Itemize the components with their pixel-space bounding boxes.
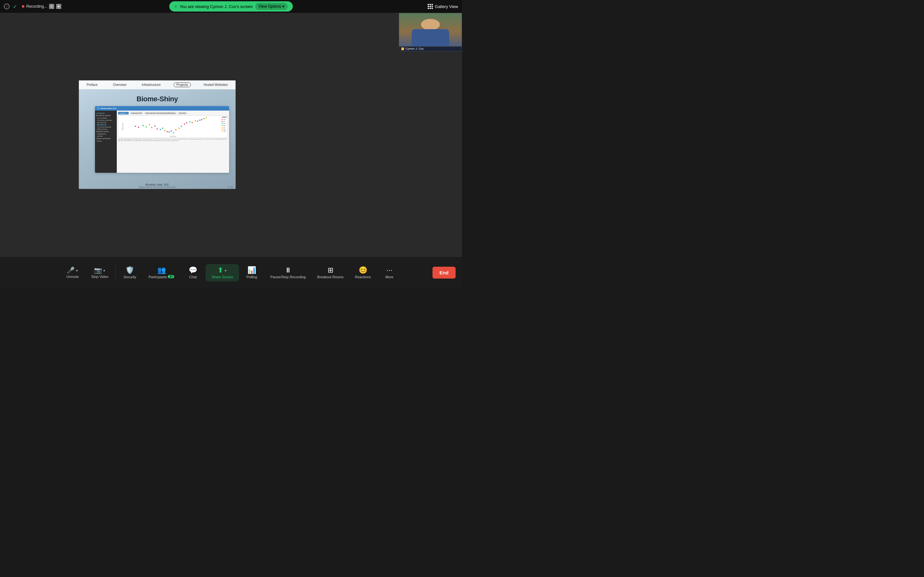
share-screen-with-caret: ⬆ ▲ xyxy=(218,267,227,274)
recording-indicator: Recording... ⏸ ■ xyxy=(22,4,61,9)
slide-title: Biome-Shiny xyxy=(79,95,236,103)
sidebar-permanova[interactable]: PERMANOVA xyxy=(96,133,116,135)
scatter-dot xyxy=(162,127,163,129)
sidebar-community-composition[interactable]: Community composition xyxy=(96,119,116,121)
nav-overview[interactable]: Overview xyxy=(110,83,129,87)
pause-stop-recording-button[interactable]: ⏸ Pause/Stop Recording xyxy=(265,264,312,282)
nav-infrastructure[interactable]: Infrastructure xyxy=(139,83,163,87)
scatter-dot xyxy=(154,125,156,127)
app-mockup: biome-shiny v0.4 Introduction Microbiome… xyxy=(95,106,229,173)
app-tabs: Variables ▾ Ordination Plot Split Ordina… xyxy=(118,112,228,114)
microphone-icon: 🎤 xyxy=(67,267,75,274)
gallery-view-button[interactable]: Gallery View xyxy=(428,4,458,9)
tab-variables[interactable]: Variables ▾ xyxy=(118,112,129,114)
tab-ordination-plot[interactable]: Ordination Plot xyxy=(130,112,143,114)
scatter-dot xyxy=(173,132,174,133)
gallery-view-label: Gallery View xyxy=(435,4,458,9)
sidebar-anosim[interactable]: ANOSIM xyxy=(96,135,116,137)
sidebar-alpha-diversity[interactable]: Alpha diversity xyxy=(96,121,116,124)
person-head xyxy=(421,19,440,30)
scatter-dot xyxy=(149,124,150,125)
top-bar-left: i ✓ Recording... ⏸ ■ xyxy=(4,3,61,9)
stop-video-caret[interactable]: ▲ xyxy=(103,268,106,272)
breakout-rooms-icon: ⊞ xyxy=(328,267,333,274)
info-icon[interactable]: i xyxy=(4,3,10,9)
scatter-dot xyxy=(160,129,161,130)
security-label: Security xyxy=(124,275,136,279)
stop-video-with-caret: 📷 ▲ xyxy=(94,267,106,274)
sidebar-core-microbiota[interactable]: Core microbiota xyxy=(96,117,116,119)
sidebar-introduction[interactable]: Introduction xyxy=(96,112,116,114)
legend-azh: azh xyxy=(222,119,227,120)
more-button[interactable]: ··· More xyxy=(376,264,402,282)
share-screen-label: Share Screen xyxy=(212,275,233,279)
breakout-rooms-button[interactable]: ⊞ Breakout Rooms xyxy=(312,264,349,282)
security-icon: 🛡️ xyxy=(126,267,134,274)
app-body: Introduction Microbiome analysis Core mi… xyxy=(95,111,229,173)
scatter-dot xyxy=(168,131,170,133)
scatter-dot xyxy=(199,119,200,121)
sidebar-dmm-clustering[interactable]: DMM Clustering xyxy=(96,128,116,131)
nav-hosted-websites[interactable]: Hosted Websites xyxy=(201,83,230,87)
polling-label: Polling xyxy=(246,275,257,279)
unmute-button[interactable]: 🎤 ▲ Unmute xyxy=(60,264,86,281)
slide-navigation: Preface Overview Infrastructure Projects… xyxy=(79,81,236,89)
app-logo xyxy=(97,107,99,110)
nav-preface[interactable]: Preface xyxy=(84,83,100,87)
reactions-button[interactable]: 😊 Reactions xyxy=(349,264,376,282)
scatter-dot xyxy=(142,125,144,126)
legend-cxj: cxj xyxy=(222,126,227,128)
scatter-dot xyxy=(201,119,202,120)
sidebar-section-statistical: Statistical analysis xyxy=(96,131,116,132)
scatter-dot xyxy=(164,130,166,131)
scatter-dot xyxy=(145,126,147,127)
tab-split-ordination[interactable]: Split Ordination Plot (Metadata/Metadata… xyxy=(144,112,176,114)
sidebar-community-landscape[interactable]: Community landscape xyxy=(96,126,116,128)
legend-byu: byu xyxy=(222,124,227,126)
participants-label: Participants 27 xyxy=(149,275,174,279)
slide-footer: Digital Marine Resources Community xyxy=(79,186,236,188)
stop-button[interactable]: ■ xyxy=(56,4,61,9)
grid-icon xyxy=(428,4,433,9)
stop-video-button[interactable]: 📷 ▲ Stop Video xyxy=(86,264,114,281)
end-button[interactable]: End xyxy=(433,267,456,279)
app-header: biome-shiny v0.4 xyxy=(95,106,229,111)
app-header-title: biome-shiny v0.4 xyxy=(101,107,116,109)
shield-icon: ✓ xyxy=(13,3,19,9)
video-feed xyxy=(399,13,462,51)
unmute-label: Unmute xyxy=(66,275,79,279)
nav-projects[interactable]: Projects xyxy=(174,82,191,87)
app-main: Variables ▾ Ordination Plot Split Ordina… xyxy=(117,111,229,173)
scatter-dot xyxy=(184,123,185,125)
tab-taxa-plot[interactable]: Taxa Plot xyxy=(178,112,187,114)
scatter-dot xyxy=(157,128,158,129)
share-screen-caret[interactable]: ▲ xyxy=(224,268,227,272)
top-bar-center: You are viewing Cymon J. Cox's screen Vi… xyxy=(170,1,293,11)
breakout-rooms-label: Breakout Rooms xyxy=(317,275,344,279)
scatter-dot xyxy=(135,126,136,127)
participants-button[interactable]: 👥 Participants 27 xyxy=(143,264,180,282)
slide-container: Preface Overview Infrastructure Projects… xyxy=(79,80,236,189)
x-axis-label: CA1 [25%] xyxy=(170,135,176,137)
unmute-with-caret: 🎤 ▲ xyxy=(67,267,79,274)
share-screen-button[interactable]: ⬆ ▲ Share Screen xyxy=(206,264,239,282)
scatter-dot xyxy=(192,122,193,123)
polling-button[interactable]: 📊 Polling xyxy=(239,264,265,282)
viewing-dot xyxy=(174,5,177,8)
view-options-button[interactable]: View Options ▾ xyxy=(255,3,288,10)
security-button[interactable]: 🛡️ Security xyxy=(117,264,143,282)
video-icon: 📷 xyxy=(94,267,102,274)
unmute-caret[interactable]: ▲ xyxy=(75,268,79,272)
person-body xyxy=(412,29,449,46)
legend-dwc: dwc xyxy=(222,128,227,130)
chat-button[interactable]: 💬 Chat xyxy=(180,264,206,282)
sidebar-section-microbiome: Microbiome analysis xyxy=(96,114,116,116)
slide-frame: Preface Overview Infrastructure Projects… xyxy=(79,80,236,189)
video-background xyxy=(399,13,462,51)
sidebar-results[interactable]: Results xyxy=(96,140,116,142)
scatter-dot xyxy=(151,127,152,128)
pause-button[interactable]: ⏸ xyxy=(49,4,54,9)
app-sidebar: Introduction Microbiome analysis Core mi… xyxy=(95,111,117,173)
viewing-banner: You are viewing Cymon J. Cox's screen Vi… xyxy=(170,1,293,11)
sidebar-beta-diversity[interactable]: Beta diversity xyxy=(96,124,116,126)
